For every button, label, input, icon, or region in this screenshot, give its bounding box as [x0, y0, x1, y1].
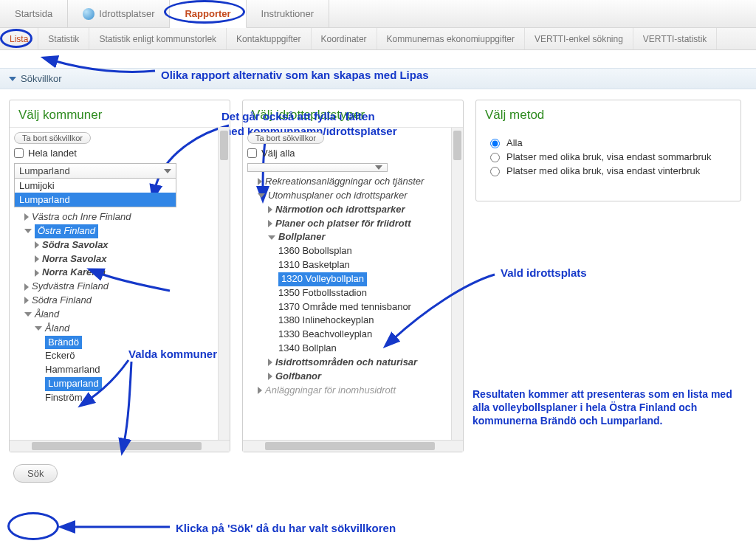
dropdown-option-selected[interactable]: Lumparland — [15, 193, 176, 207]
panel-title: Välj idrottsplatstyper — [243, 100, 463, 127]
method-radio-alla[interactable]: Alla — [487, 137, 730, 148]
subtab-label: Kommunernas ekonomiuppgifter — [387, 34, 515, 44]
tree-item[interactable]: Finström — [14, 391, 213, 405]
radio-label: Alla — [506, 137, 523, 148]
expand-icon — [268, 373, 272, 380]
typ-combo[interactable] — [247, 163, 388, 172]
subtab-vertti-sok[interactable]: VERTTI-enkel sökning — [525, 28, 633, 49]
method-radio-sommar[interactable]: Platser med olika bruk, visa endast somm… — [487, 151, 730, 162]
hela-landet-checkbox[interactable]: Hela landet — [14, 148, 213, 159]
tab-rapporter[interactable]: Rapporter — [170, 0, 246, 28]
annotation-text: Klicka på 'Sök' då du har valt sökvillko… — [176, 521, 396, 536]
tree-item[interactable]: Anläggningar för inomhusidrott — [247, 384, 447, 398]
globe-icon — [83, 8, 94, 20]
tree-item[interactable]: Hammarland — [14, 363, 213, 377]
dropdown-option[interactable]: Lumijoki — [15, 179, 176, 193]
checkbox-input[interactable] — [14, 148, 24, 158]
tree-item[interactable]: 1330 Beachvolleyplan — [247, 328, 447, 342]
expand-icon — [258, 387, 262, 394]
tree-item[interactable]: Golfbanor — [247, 370, 447, 384]
tree-item[interactable]: Isidrottsområden och naturisar — [247, 356, 447, 370]
chevron-down-icon — [164, 169, 171, 173]
tree-item[interactable]: 1340 Bollplan — [247, 342, 447, 356]
subtab-label: VERTTI-statistik — [643, 34, 707, 44]
tree-item[interactable]: Bollplaner — [247, 230, 447, 244]
filter-label: Sökvillkor — [21, 73, 62, 84]
tree-item[interactable]: Sydvästra Finland — [14, 280, 213, 294]
panel-title: Välj kommuner — [10, 100, 230, 127]
radio-label: Platser med olika bruk, visa endast vint… — [506, 165, 700, 176]
remove-filter-button[interactable]: Ta bort sökvillkor — [247, 132, 324, 144]
collapse-icon — [35, 326, 42, 331]
horizontal-scrollbar[interactable] — [243, 440, 463, 452]
subtab-label: Koordinater — [321, 34, 367, 44]
tree-item[interactable]: Rekreationsanläggningar och tjänster — [247, 175, 447, 189]
tree-item[interactable]: Eckerö — [14, 349, 213, 363]
subtab-label: Statistik — [48, 34, 79, 44]
panel-metod: Välj metod Alla Platser med olika bruk, … — [475, 100, 741, 201]
tree-item[interactable]: Södra Savolax — [14, 238, 213, 252]
tab-label: Idrottsplatser — [99, 8, 154, 19]
expand-icon — [268, 220, 272, 227]
tree-item[interactable]: Brändö — [14, 336, 213, 350]
expand-icon — [258, 178, 262, 185]
tree-item[interactable]: Östra Finland — [14, 224, 213, 238]
kommun-combo[interactable]: Lumparland — [14, 163, 176, 179]
tree-item[interactable]: 1370 Område med tennisbanor — [247, 300, 447, 314]
sok-button[interactable]: Sök — [13, 464, 58, 483]
collapse-icon — [24, 312, 32, 317]
panel-idrottstyper: Välj idrottsplatstyper Ta bort sökvillko… — [242, 100, 464, 452]
tab-label: Instruktioner — [261, 8, 315, 19]
panel-title: Välj metod — [476, 100, 740, 127]
subtab-statistik-kommun[interactable]: Statistik enligt kommunstorlek — [89, 28, 227, 49]
kommun-tree: Västra och Inre Finland Östra Finland Sö… — [14, 210, 213, 405]
tab-idrottsplatser[interactable]: Idrottsplatser — [68, 0, 170, 27]
tree-item[interactable]: Norra Savolax — [14, 252, 213, 266]
collapse-icon — [9, 77, 16, 81]
tree-item[interactable]: 1310 Basketplan — [247, 258, 447, 272]
radio-label: Platser med olika bruk, visa endast somm… — [506, 151, 711, 162]
tree-item[interactable]: Åland — [14, 308, 213, 322]
radio-input[interactable] — [490, 153, 500, 162]
subtab-statistik[interactable]: Statistik — [38, 28, 89, 49]
checkbox-label: Hela landet — [28, 148, 77, 159]
vertical-scrollbar[interactable] — [218, 128, 230, 452]
radio-input[interactable] — [490, 139, 500, 148]
tree-item[interactable]: Norra Karelen — [14, 266, 213, 280]
expand-icon — [268, 359, 272, 366]
horizontal-scrollbar[interactable] — [10, 440, 230, 452]
tab-instruktioner[interactable]: Instruktioner — [247, 0, 330, 27]
tree-item[interactable]: Planer och platser för friidrott — [247, 217, 447, 231]
tree-item[interactable]: 1320 Volleybollplan — [247, 272, 447, 286]
valj-alla-checkbox[interactable]: Välj alla — [247, 148, 447, 159]
expand-icon — [35, 255, 39, 263]
method-radio-vinter[interactable]: Platser med olika bruk, visa endast vint… — [487, 165, 730, 176]
subtab-lista[interactable]: Lista — [0, 28, 38, 49]
annotation-oval — [7, 512, 59, 540]
tree-item[interactable]: Lumparland — [14, 377, 213, 391]
tree-item[interactable]: 1360 Bobollsplan — [247, 244, 447, 258]
subtab-kontakt[interactable]: Kontaktuppgifter — [227, 28, 311, 49]
subtab-koord[interactable]: Koordinater — [312, 28, 377, 49]
tab-startsida[interactable]: Startsida — [0, 0, 68, 27]
tree-item[interactable]: Närmotion och idrottsparker — [247, 203, 447, 217]
vertical-scrollbar[interactable] — [451, 128, 463, 452]
checkbox-input[interactable] — [247, 148, 257, 158]
expand-icon — [35, 241, 39, 249]
subtab-vertti-stat[interactable]: VERTTI-statistik — [633, 28, 717, 49]
filter-bar[interactable]: Sökvillkor — [0, 68, 756, 89]
remove-filter-button[interactable]: Ta bort sökvillkor — [14, 132, 91, 144]
subtab-ekonomi[interactable]: Kommunernas ekonomiuppgifter — [377, 28, 525, 49]
tree-item[interactable]: Utomhusplaner och idrottsparker — [247, 189, 447, 203]
tree-item[interactable]: Västra och Inre Finland — [14, 210, 213, 224]
tree-item[interactable]: Åland — [14, 322, 213, 336]
tree-item[interactable]: 1380 Inlinehockeyplan — [247, 314, 447, 328]
combo-value: Lumparland — [19, 165, 70, 176]
expand-icon — [24, 297, 29, 304]
panel-kommuner: Välj kommuner Ta bort sökvillkor Hela la… — [9, 100, 230, 452]
radio-input[interactable] — [490, 167, 500, 176]
tree-item[interactable]: 1350 Fotbollsstadion — [247, 286, 447, 300]
tree-item[interactable]: Södra Finland — [14, 294, 213, 308]
kommun-dropdown-list: Lumijoki Lumparland — [14, 179, 176, 207]
expand-icon — [24, 283, 29, 291]
